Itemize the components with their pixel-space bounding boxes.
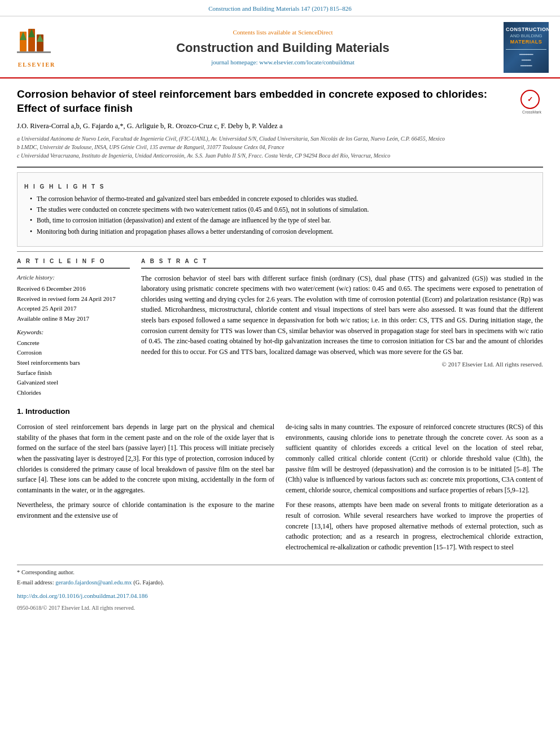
highlights-section: H I G H L I G H T S The corrosion behavi… bbox=[17, 172, 543, 246]
date-received: Received 6 December 2016 bbox=[17, 284, 130, 294]
intro-para-3: de-icing salts in many countries. The ex… bbox=[286, 422, 543, 495]
highlight-item-3: Both, time to corrosion initiation (depa… bbox=[30, 216, 536, 225]
highlight-item-1: The corrosion behavior of thermo-treated… bbox=[30, 194, 536, 203]
affiliation-a: a Universidad Autónoma de Nuevo León, Fa… bbox=[17, 134, 543, 143]
highlights-heading: H I G H L I G H T S bbox=[24, 183, 536, 191]
journal-title: Construction and Building Materials bbox=[62, 40, 504, 57]
doi-section: http://dx.doi.org/10.1016/j.conbuildmat.… bbox=[17, 591, 543, 601]
email-link[interactable]: gerardo.fajardosn@uanl.edu.mx bbox=[55, 579, 132, 586]
affiliation-c: c Universidad Veracruzana, Instituto de … bbox=[17, 151, 543, 160]
keywords-label: Keywords: bbox=[17, 328, 130, 337]
article-title: Corrosion behavior of steel reinforcemen… bbox=[17, 88, 515, 115]
divider-2 bbox=[17, 251, 543, 252]
journal-homepage: journal homepage: www.elsevier.com/locat… bbox=[62, 58, 504, 67]
abstract-column: A B S T R A C T The corrosion behavior o… bbox=[141, 257, 543, 398]
elsevier-text: ELSEVIER bbox=[18, 61, 56, 69]
article-history-label: Article history: bbox=[17, 273, 130, 282]
crossmark-badge: ✓ CrossMark bbox=[520, 90, 543, 115]
article-dates: Received 6 December 2016 Received in rev… bbox=[17, 284, 130, 324]
authors: J.O. Rivera-Corral a,b, G. Fajardo a,*, … bbox=[17, 121, 543, 132]
journal-header: ELSEVIER Contents lists available at Sci… bbox=[0, 16, 560, 78]
article-info-heading: A R T I C L E I N F O bbox=[17, 257, 130, 265]
journal-center: Contents lists available at ScienceDirec… bbox=[62, 28, 504, 67]
intro-para-2: Nevertheless, the primary source of chlo… bbox=[17, 500, 274, 521]
article-info-column: A R T I C L E I N F O Article history: R… bbox=[17, 257, 130, 398]
date-revised: Received in revised form 24 April 2017 bbox=[17, 294, 130, 304]
badge-title-line2: and Building bbox=[506, 33, 546, 39]
intro-col-left: Corrosion of steel reinforcement bars de… bbox=[17, 422, 274, 557]
introduction-body: Corrosion of steel reinforcement bars de… bbox=[17, 422, 543, 557]
article-info-abstract-section: A R T I C L E I N F O Article history: R… bbox=[17, 257, 543, 398]
date-online: Available online 8 May 2017 bbox=[17, 314, 130, 324]
abstract-heading: A B S T R A C T bbox=[141, 257, 543, 265]
intro-col-right: de-icing salts in many countries. The ex… bbox=[286, 422, 543, 557]
date-accepted: Accepted 25 April 2017 bbox=[17, 304, 130, 314]
top-bar: Construction and Building Materials 147 … bbox=[0, 0, 560, 16]
svg-rect-3 bbox=[17, 51, 51, 53]
copyright-notice: © 2017 Elsevier Ltd. All rights reserved… bbox=[141, 360, 543, 369]
journal-badge: Construction and Building MATERIALS ━━━━… bbox=[504, 22, 549, 73]
main-content: Corrosion behavior of steel reinforcemen… bbox=[0, 78, 560, 623]
introduction-section: 1. Introduction Corrosion of steel reinf… bbox=[17, 407, 543, 557]
sciencedirect-info: Contents lists available at ScienceDirec… bbox=[62, 28, 504, 37]
keyword-6: Chlorides bbox=[17, 388, 130, 398]
introduction-heading: 1. Introduction bbox=[17, 407, 543, 417]
affiliation-b: b LMDC, Université de Toulouse, INSA, UP… bbox=[17, 143, 543, 151]
keywords-section: Keywords: Concrete Corrosion Steel reinf… bbox=[17, 328, 130, 397]
keyword-2: Corrosion bbox=[17, 348, 130, 358]
journal-ref-link[interactable]: Construction and Building Materials 147 … bbox=[208, 5, 352, 12]
doi-link[interactable]: http://dx.doi.org/10.1016/j.conbuildmat.… bbox=[17, 592, 148, 599]
sciencedirect-brand: ScienceDirect bbox=[298, 29, 333, 36]
email-footnote: E-mail address: gerardo.fajardosn@uanl.e… bbox=[17, 579, 543, 587]
corresponding-author-note: * Corresponding author. bbox=[17, 569, 543, 577]
keywords-list: Concrete Corrosion Steel reinforcements … bbox=[17, 338, 130, 398]
affiliations: a Universidad Autónoma de Nuevo León, Fa… bbox=[17, 134, 543, 160]
issn-copyright: 0950-0618/© 2017 Elsevier Ltd. All right… bbox=[17, 604, 543, 612]
keyword-3: Steel reinforcements bars bbox=[17, 358, 130, 368]
badge-title-line3: MATERIALS bbox=[506, 39, 546, 46]
article-info-divider bbox=[17, 268, 130, 269]
abstract-text: The corrosion behavior of steel bars wit… bbox=[141, 273, 543, 357]
badge-title-line1: Construction bbox=[506, 27, 546, 33]
intro-para-1: Corrosion of steel reinforcement bars de… bbox=[17, 422, 274, 495]
keyword-4: Surface finish bbox=[17, 368, 130, 378]
intro-para-4: For these reasons, attempts have been ma… bbox=[286, 500, 543, 552]
highlight-item-4: Monitoring both during initiation and pr… bbox=[30, 227, 536, 236]
footnotes: * Corresponding author. E-mail address: … bbox=[17, 565, 543, 612]
elsevier-logo: ELSEVIER bbox=[11, 26, 62, 69]
crossmark-label: CrossMark bbox=[520, 110, 543, 115]
elsevier-logo-svg bbox=[14, 26, 59, 60]
keyword-1: Concrete bbox=[17, 338, 130, 348]
abstract-divider bbox=[141, 268, 543, 269]
highlight-item-2: The studies were conducted on concrete s… bbox=[30, 205, 536, 214]
highlights-list: The corrosion behavior of thermo-treated… bbox=[30, 194, 536, 235]
article-title-section: Corrosion behavior of steel reinforcemen… bbox=[17, 88, 543, 115]
divider-1 bbox=[17, 167, 543, 168]
crossmark-icon: ✓ bbox=[520, 90, 540, 109]
keyword-5: Galvanized steel bbox=[17, 378, 130, 388]
